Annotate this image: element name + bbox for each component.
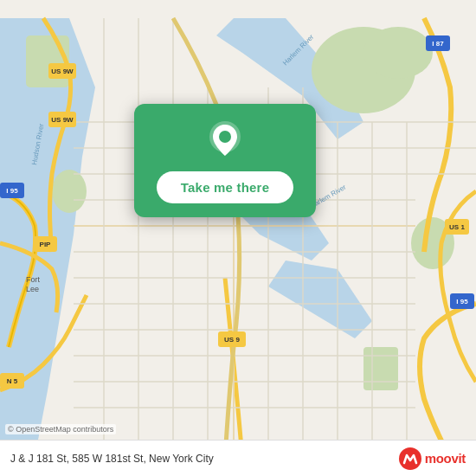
svg-rect-7 <box>26 35 69 87</box>
moovit-icon <box>398 447 422 471</box>
svg-text:I 87: I 87 <box>432 40 444 48</box>
svg-text:I 95: I 95 <box>456 298 468 306</box>
svg-point-57 <box>219 131 231 143</box>
svg-rect-10 <box>363 347 398 390</box>
svg-text:US 9W: US 9W <box>51 116 74 124</box>
svg-text:PIP: PIP <box>40 241 52 248</box>
svg-text:Lee: Lee <box>26 285 39 293</box>
svg-point-8 <box>52 170 87 213</box>
moovit-logo: moovit <box>398 447 466 471</box>
svg-text:N 5: N 5 <box>7 377 18 385</box>
svg-text:US 9: US 9 <box>224 336 240 344</box>
svg-text:US 9W: US 9W <box>51 68 74 75</box>
location-pin-icon <box>204 119 246 161</box>
svg-text:US 1: US 1 <box>449 223 465 231</box>
map-svg: Fort Lee US 9W US 9W I 95 PIP I 87 US 1 … <box>0 0 476 476</box>
map-background: Fort Lee US 9W US 9W I 95 PIP I 87 US 1 … <box>0 0 476 476</box>
bottom-bar: J & J 181 St, 585 W 181st St, New York C… <box>0 440 476 476</box>
moovit-brand-name: moovit <box>425 451 466 466</box>
take-me-there-button[interactable]: Take me there <box>157 171 293 203</box>
svg-point-6 <box>363 27 433 79</box>
svg-text:Fort: Fort <box>26 275 41 284</box>
osm-attribution: © OpenStreetMap contributors <box>5 424 116 434</box>
location-address: J & J 181 St, 585 W 181st St, New York C… <box>10 453 214 465</box>
map-container: Fort Lee US 9W US 9W I 95 PIP I 87 US 1 … <box>0 0 476 476</box>
svg-text:I 95: I 95 <box>6 187 18 195</box>
location-card[interactable]: Take me there <box>134 104 316 217</box>
